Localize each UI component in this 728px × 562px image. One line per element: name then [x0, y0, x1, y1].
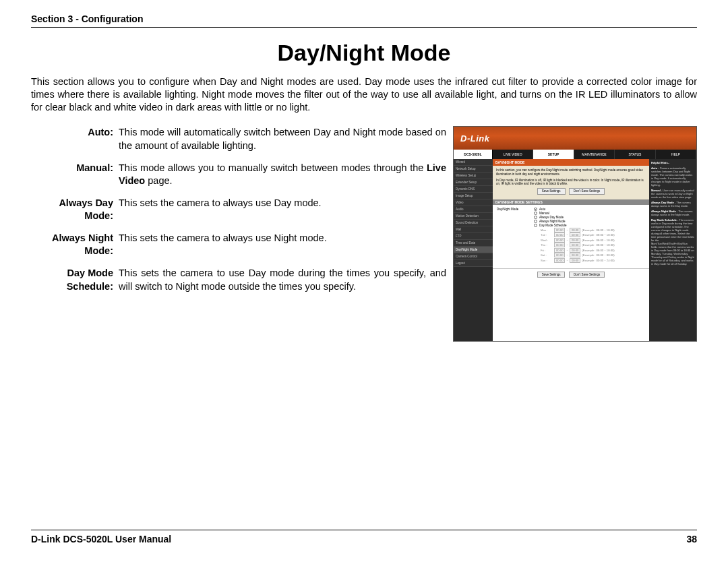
- sidebar-item[interactable]: Video: [454, 199, 493, 206]
- radio-row[interactable]: Manual: [497, 212, 645, 215]
- definitions-list: Auto: This mode will automatically switc…: [31, 126, 446, 342]
- radio-icon[interactable]: [534, 220, 537, 223]
- sidebar-item[interactable]: Image Setup: [454, 193, 493, 199]
- shot-banner: D-Link: [454, 127, 696, 150]
- sidebar-item[interactable]: Mail: [454, 226, 493, 233]
- shot-form: Day/Night ModeAutoManualAlways Day ModeA…: [493, 205, 649, 266]
- tab-status[interactable]: STATUS: [615, 150, 655, 159]
- radio-row[interactable]: Day Mode Schedule: [497, 224, 645, 227]
- tab-help[interactable]: HELP: [656, 150, 696, 159]
- term-manual: Manual:: [31, 162, 119, 187]
- radio-row[interactable]: Always Day Mode: [497, 216, 645, 219]
- sidebar-item[interactable]: Camera Control: [454, 253, 493, 260]
- desc-always-day: This sets the camera to always use Day m…: [119, 197, 446, 222]
- desc-day-schedule: This sets the camera to use Day mode dur…: [119, 267, 446, 292]
- schedule-row: Thu :00:00~00:00(Example : 08:00 ~ 18:30…: [541, 243, 645, 247]
- sidebar-item[interactable]: Time and Date: [454, 240, 493, 247]
- schedule-row: Sat :00:00~00:00(Example : 00:00 ~ 00:00…: [541, 253, 645, 257]
- term-auto: Auto:: [31, 126, 119, 152]
- sidebar-item[interactable]: Dynamic DNS: [454, 186, 493, 193]
- shot-tabs: DCS-5020L LIVE VIDEO SETUP MAINTENANCE S…: [454, 150, 696, 159]
- radio-icon[interactable]: [534, 212, 537, 215]
- schedule-row: Wed :00:00~00:00(Example : 08:00 ~ 18:30…: [541, 238, 645, 243]
- shot-sidebar: WizardNetwork SetupWireless SetupExtende…: [454, 159, 493, 341]
- sidebar-item[interactable]: Logout: [454, 260, 493, 267]
- sidebar-item[interactable]: Network Setup: [454, 166, 493, 173]
- sidebar-item[interactable]: Wizard: [454, 159, 493, 166]
- save-button[interactable]: Save Settings: [537, 188, 566, 195]
- desc-always-night: This sets the camera to always use Night…: [119, 232, 446, 257]
- footer-page-number: 38: [686, 534, 697, 544]
- term-always-day: Always Day Mode:: [31, 197, 119, 222]
- radio-icon[interactable]: [534, 216, 537, 219]
- desc-auto: This mode will automatically switch betw…: [119, 126, 446, 152]
- intro-paragraph: This section allows you to configure whe…: [31, 75, 697, 114]
- desc-manual: This mode allows you to manually switch …: [119, 162, 446, 187]
- shot-subhead: DAY/NIGHT MODE SETTINGS: [493, 199, 649, 205]
- schedule-row: Fri :00:00~00:00(Example : 08:00 ~ 18:30…: [541, 248, 645, 253]
- shot-info: In this section, you can configure the D…: [493, 166, 649, 199]
- page-title: Day/Night Mode: [31, 40, 697, 66]
- dont-save-button[interactable]: Don't Save Settings: [569, 188, 605, 195]
- shot-help-panel: Helpful Hints..Auto - Camera automatical…: [649, 159, 696, 341]
- schedule-row: Sun :00:00~00:00(Example : 00:00 ~ 24:00…: [541, 258, 645, 263]
- tab-live-video[interactable]: LIVE VIDEO: [493, 150, 533, 159]
- term-always-night: Always Night Mode:: [31, 232, 119, 257]
- shot-model: DCS-5020L: [454, 150, 493, 159]
- schedule-row: Tue :00:00~00:00(Example : 08:00 ~ 18:30…: [541, 232, 645, 237]
- sidebar-item[interactable]: Day/Night Mode: [454, 247, 493, 253]
- term-day-schedule: Day Mode Schedule:: [31, 267, 119, 292]
- sidebar-item[interactable]: FTP: [454, 233, 493, 240]
- sidebar-item[interactable]: Wireless Setup: [454, 173, 493, 179]
- config-screenshot: D-Link DCS-5020L LIVE VIDEO SETUP MAINTE…: [453, 126, 697, 342]
- schedule-row: Mon :00:00~00:00(Example : 08:00 ~ 18:30…: [541, 228, 645, 232]
- sidebar-item[interactable]: Extender Setup: [454, 179, 493, 186]
- radio-row[interactable]: Always Night Mode: [497, 220, 645, 223]
- tab-setup[interactable]: SETUP: [533, 150, 574, 159]
- save-button-bottom[interactable]: Save Settings: [537, 272, 566, 278]
- dont-save-button-bottom[interactable]: Don't Save Settings: [569, 272, 605, 278]
- radio-icon[interactable]: [534, 208, 537, 211]
- shot-heading: DAY/NIGHT MODE: [493, 159, 649, 166]
- radio-row[interactable]: Day/Night ModeAuto: [497, 208, 645, 211]
- sidebar-item[interactable]: Sound Detection: [454, 220, 493, 226]
- radio-icon[interactable]: [534, 224, 537, 227]
- sidebar-item[interactable]: Motion Detection: [454, 213, 493, 220]
- tab-maintenance[interactable]: MAINTENANCE: [574, 150, 615, 159]
- sidebar-item[interactable]: Audio: [454, 206, 493, 213]
- section-header: Section 3 - Configuration: [31, 13, 697, 28]
- page-footer: D-Link DCS-5020L User Manual 38: [31, 530, 697, 544]
- shot-center: DAY/NIGHT MODE In this section, you can …: [493, 159, 649, 341]
- footer-left: D-Link DCS-5020L User Manual: [31, 534, 171, 544]
- dlink-logo: D-Link: [460, 133, 489, 144]
